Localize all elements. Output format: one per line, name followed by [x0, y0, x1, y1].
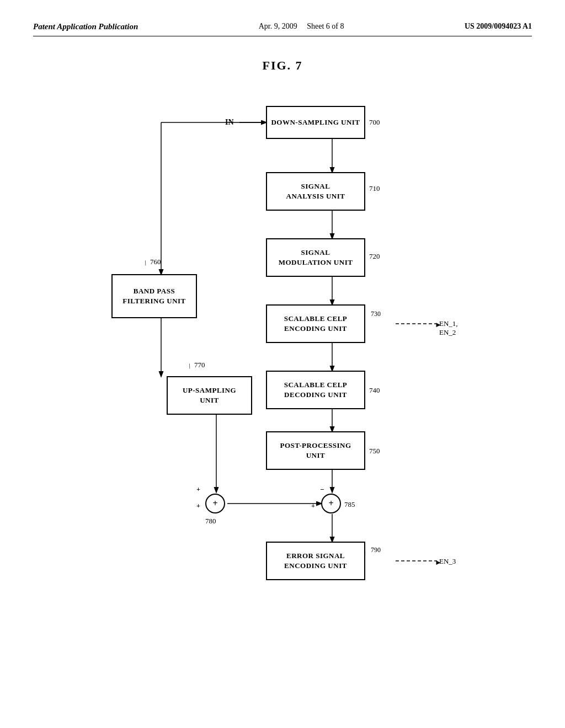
adder785-plus-left: +	[311, 502, 315, 510]
in-label: IN	[225, 118, 234, 127]
label-720: 720	[369, 252, 380, 261]
label-780: 780	[205, 517, 216, 526]
signal-analysis-unit: SIGNALANALYSIS UNIT	[266, 172, 365, 211]
label-730: 730	[371, 310, 381, 318]
header-patent-number: US 2009/0094023 A1	[465, 22, 532, 31]
header: Patent Application Publication Apr. 9, 2…	[33, 22, 532, 36]
label-700: 700	[369, 118, 380, 127]
scalable-celp-decoding-unit: SCALABLE CELPDECODING UNIT	[266, 371, 365, 409]
label-740: 740	[369, 386, 380, 395]
label-770-slash: /	[187, 362, 192, 371]
post-processing-unit: POST-PROCESSINGUNIT	[266, 431, 365, 470]
header-sheet: Sheet 6 of 8	[307, 22, 344, 30]
en1-en2-arrow: ►	[435, 320, 442, 329]
page: Patent Application Publication Apr. 9, 2…	[0, 0, 565, 728]
band-pass-filtering-unit: BAND PASSFILTERING UNIT	[111, 274, 197, 318]
adder780-plus-left: +	[196, 502, 200, 510]
signal-modulation-unit: SIGNALMODULATION UNIT	[266, 238, 365, 277]
label-760-slash: /	[143, 259, 148, 267]
diagram-svg	[95, 89, 470, 597]
en1-en2-label: EN_1, EN_2	[439, 319, 470, 337]
header-date: Apr. 9, 2009	[259, 22, 297, 30]
figure-title: FIG. 7	[33, 58, 532, 73]
label-785: 785	[344, 500, 355, 509]
diagram: DOWN-SAMPLING UNIT 700 IN SIGNALANALYSIS…	[95, 89, 470, 597]
label-770: 770	[194, 361, 205, 370]
scalable-celp-encoding-unit: SCALABLE CELPENCODING UNIT	[266, 304, 365, 343]
adder-785: +	[321, 494, 341, 513]
label-750: 750	[369, 447, 380, 456]
label-710: 710	[369, 184, 380, 193]
up-sampling-unit: UP-SAMPLINGUNIT	[167, 376, 252, 415]
error-signal-encoding-unit: ERROR SIGNALENCODING UNIT	[266, 542, 365, 580]
adder-780: +	[205, 494, 225, 513]
header-date-sheet: Apr. 9, 2009 Sheet 6 of 8	[259, 22, 344, 31]
down-sampling-unit: DOWN-SAMPLING UNIT	[266, 106, 365, 139]
adder785-minus-top: −	[320, 485, 324, 494]
en3-arrow: ►	[435, 558, 442, 567]
adder780-plus-top: +	[196, 485, 200, 494]
header-publication-label: Patent Application Publication	[33, 22, 138, 31]
label-790: 790	[371, 546, 381, 554]
label-760: 760	[150, 258, 161, 266]
